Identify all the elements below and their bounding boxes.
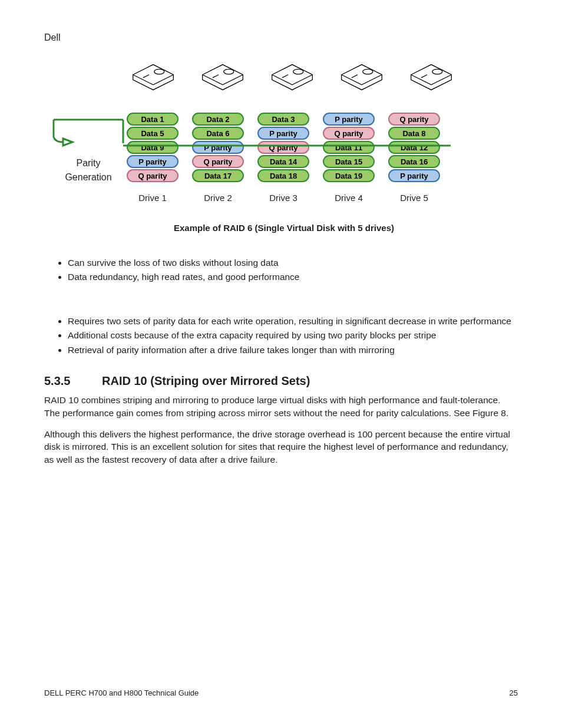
svg-point-1 <box>224 69 234 74</box>
brand-label: Dell <box>44 32 518 43</box>
data-cell: Data 11 <box>323 141 375 154</box>
raid6-diagram: Parity Generation Data 1Data 5Data 9P pa… <box>50 60 518 233</box>
pros-list: Can survive the loss of two disks withou… <box>44 256 518 284</box>
data-cell: Data 19 <box>323 169 375 182</box>
disk-icon <box>405 60 458 95</box>
page-footer: DELL PERC H700 and H800 Technical Guide … <box>44 689 518 697</box>
data-cell: Data 12 <box>388 141 440 154</box>
p-parity-cell: P parity <box>192 141 244 154</box>
drive-label: Drive 3 <box>257 193 309 203</box>
cons-list: Requires two sets of parity data for eac… <box>44 315 518 357</box>
svg-point-0 <box>154 69 164 74</box>
raid-row: Parity Generation Data 1Data 5Data 9P pa… <box>50 113 518 185</box>
list-item: Additional costs because of the extra ca… <box>68 329 518 342</box>
data-cell: Data 17 <box>192 169 244 182</box>
list-item: Retrieval of parity information after a … <box>68 344 518 357</box>
q-parity-cell: Q parity <box>323 127 375 140</box>
q-parity-cell: Q parity <box>388 113 440 126</box>
drive-stack: Data 2Data 6P parityQ parityData 17 <box>192 113 244 182</box>
data-cell: Data 3 <box>257 113 309 126</box>
svg-point-2 <box>293 69 303 74</box>
drive-label: Drive 1 <box>127 193 178 203</box>
p-parity-cell: P parity <box>323 113 375 126</box>
disk-icon <box>127 60 180 95</box>
list-item: Requires two sets of parity data for eac… <box>68 315 518 328</box>
drive-stack: P parityQ parityData 11Data 15Data 19 <box>323 113 375 182</box>
section-para-2: Although this delivers the highest perfo… <box>44 428 518 466</box>
data-cell: Data 14 <box>257 155 309 168</box>
list-item: Can survive the loss of two disks withou… <box>68 256 518 269</box>
data-cell: Data 1 <box>127 113 178 126</box>
disk-icon <box>266 60 319 95</box>
svg-point-4 <box>432 69 442 74</box>
q-parity-cell: Q parity <box>192 155 244 168</box>
drive-stack: Q parityData 8Data 12Data 16P parity <box>388 113 440 182</box>
drive-label: Drive 2 <box>192 193 244 203</box>
q-parity-cell: Q parity <box>127 169 178 182</box>
footer-left: DELL PERC H700 and H800 Technical Guide <box>44 689 199 697</box>
parity-gen-column: Parity Generation <box>50 113 127 185</box>
p-parity-cell: P parity <box>257 127 309 140</box>
data-cell: Data 8 <box>388 127 440 140</box>
drive-icon-row <box>127 60 518 95</box>
footer-page-number: 25 <box>510 689 518 697</box>
p-parity-cell: P parity <box>127 155 178 168</box>
page: Dell <box>0 0 562 728</box>
p-parity-cell: P parity <box>388 169 440 182</box>
parity-gen-glyph <box>50 118 127 154</box>
section-para-1: RAID 10 combines striping and mirroring … <box>44 394 518 419</box>
list-item: Data redundancy, high read rates, and go… <box>68 271 518 284</box>
drive-labels: Drive 1Drive 2Drive 3Drive 4Drive 5 <box>127 193 518 203</box>
disk-icon <box>335 60 388 95</box>
drive-stack: Data 1Data 5Data 9P parityQ parity <box>127 113 178 182</box>
data-cell: Data 15 <box>323 155 375 168</box>
data-cell: Data 9 <box>127 141 178 154</box>
data-cell: Data 2 <box>192 113 244 126</box>
figure-caption: Example of RAID 6 (Single Virtual Disk w… <box>50 223 518 233</box>
svg-point-3 <box>363 69 373 74</box>
data-cell: Data 18 <box>257 169 309 182</box>
data-cell: Data 5 <box>127 127 178 140</box>
drive-label: Drive 4 <box>323 193 375 203</box>
stacks: Data 1Data 5Data 9P parityQ parityData 2… <box>127 113 440 182</box>
data-cell: Data 16 <box>388 155 440 168</box>
data-cell: Data 6 <box>192 127 244 140</box>
drive-label: Drive 5 <box>388 193 440 203</box>
disk-icon <box>196 60 249 95</box>
drive-stack: Data 3P parityQ parityData 14Data 18 <box>257 113 309 182</box>
q-parity-cell: Q parity <box>257 141 309 154</box>
section-heading: 5.3.5RAID 10 (Striping over Mirrored Set… <box>44 374 518 388</box>
parity-label: Parity Generation <box>50 156 127 185</box>
